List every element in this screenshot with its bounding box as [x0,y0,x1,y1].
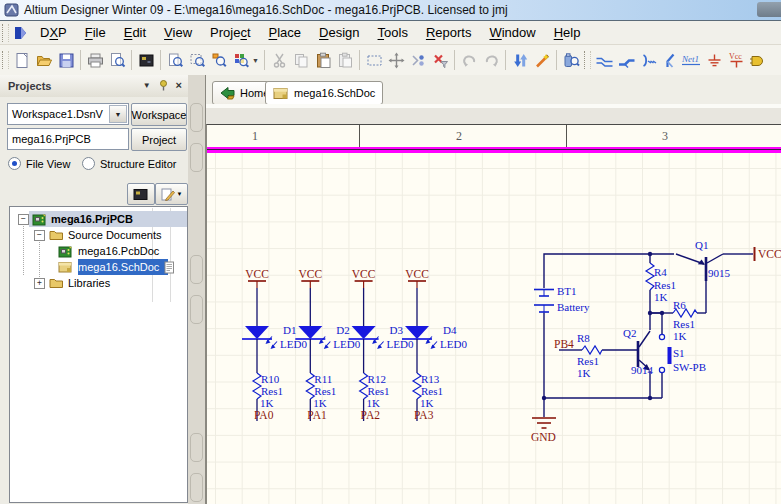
undo-button [458,48,480,72]
clear-filter-button[interactable] [429,48,451,72]
menu-reports[interactable]: Reports [417,22,481,43]
menu-edit[interactable]: Edit [115,22,155,43]
gnd-power-port[interactable]: GND [531,398,556,443]
place-part-button[interactable] [747,48,769,72]
svg-text:Net1: Net1 [681,54,699,64]
zoom-selection-button[interactable] [208,48,230,72]
file-view-radio[interactable]: File View [8,157,70,170]
tree-project-label: mega16.PrjPCB [51,213,133,225]
place-wire-button[interactable] [593,48,615,72]
place-net-label-button[interactable]: Net1 [681,48,703,72]
panel-document-options-arrow[interactable]: ▼ [177,191,183,197]
place-bus-entry-button[interactable] [637,48,659,72]
print-button[interactable] [84,48,106,72]
title-bar[interactable]: Altium Designer Winter 09 - E:\mega16\me… [0,0,781,21]
file-view-radio-circle[interactable] [8,157,21,170]
place-gnd-power-port-button[interactable] [703,48,725,72]
menu-window[interactable]: Window [480,22,544,43]
workspace-combobox-value: Workspace1.DsnV [12,108,103,120]
resistor-r8[interactable]: R8 Res1 1K PB4 [554,332,602,379]
copy-button [290,48,312,72]
projects-panel-header[interactable]: Projects ▼ × [0,75,188,97]
tree-row-pcbdoc[interactable]: mega16.PcbDoc [10,243,187,259]
new-document-button[interactable] [11,48,33,72]
panel-menu-icon[interactable]: ▼ [143,81,151,90]
menu-help[interactable]: Help [545,22,590,43]
transistor-q2[interactable]: Q2 9014 [623,327,654,376]
projects-tree[interactable]: − mega16.PrjPCB − Source Documents mega1… [9,206,188,503]
place-vcc-power-port-button[interactable]: Vcc [725,48,747,72]
save-button[interactable] [55,48,77,72]
wiring-toolbar-grip[interactable] [584,51,591,69]
resistor-part: Res1 [577,355,599,367]
menu-bar: DXP File Edit View Project Place Design … [0,21,781,45]
select-area-button[interactable] [363,48,385,72]
battery-bt1[interactable]: BT1 Battery [534,285,590,313]
panel-close-icon[interactable]: × [176,79,182,91]
move-selection-button[interactable] [385,48,407,72]
project-field[interactable]: mega16.PrjPCB [7,128,129,150]
resistor-part: Res1 [368,385,390,397]
structure-editor-radio-circle[interactable] [82,157,95,170]
expand-icon[interactable]: + [34,278,45,289]
led-column-1[interactable]: VCC D1 LED0 R10 Res1 1K [242,268,307,421]
vcc-power-port-label: VCC [758,248,781,260]
menu-project[interactable]: Project [201,22,259,43]
zoom-area-button[interactable] [186,48,208,72]
pcb-3d-view-button[interactable] [135,48,157,72]
menu-tools[interactable]: Tools [369,22,417,43]
tree-row-schdoc[interactable]: mega16.SchDoc [10,259,187,275]
zoom-grid-dropdown[interactable]: ▼ [252,48,261,72]
mask-level-button[interactable] [531,48,553,72]
cross-probe-button[interactable] [509,48,531,72]
panel-document-options-button[interactable]: ▼ [155,183,188,205]
switch-designator: S1 [673,347,685,359]
resistor-value: 1K [313,397,327,409]
transistor-designator: Q2 [623,327,636,339]
resistor-part: Res1 [421,385,443,397]
tree-schdoc-label: mega16.SchDoc [78,261,159,273]
menu-place[interactable]: Place [260,22,311,43]
place-signal-harness-button[interactable] [659,48,681,72]
tab-schdoc[interactable]: mega16.SchDoc [265,81,383,105]
tree-row-libraries[interactable]: + Libraries [10,275,187,291]
collapse-icon[interactable]: − [18,214,29,225]
print-preview-button[interactable] [106,48,128,72]
resistor-r6[interactable]: R6 Res1 1K [673,299,697,342]
menu-view[interactable]: View [155,22,201,43]
workspace-combobox[interactable]: Workspace1.DsnV ▼ [7,103,129,125]
project-button[interactable]: Project [131,128,187,151]
menu-design[interactable]: Design [310,22,368,43]
panel-splitter[interactable] [188,75,206,504]
tab-schdoc-label: mega16.SchDoc [294,87,375,99]
paste-button[interactable] [312,48,334,72]
workspace-button[interactable]: Workspace [131,103,187,126]
zoom-document-button[interactable] [164,48,186,72]
toolbar-grip[interactable] [2,51,9,69]
browse-library-button[interactable] [560,48,582,72]
menu-dxp[interactable]: DXP [31,22,76,43]
tree-row-source-documents[interactable]: − Source Documents [10,227,187,243]
tree-row-project[interactable]: − mega16.PrjPCB [10,211,187,227]
panel-pin-icon[interactable] [158,79,169,91]
gnd-power-port-label: GND [531,431,556,443]
resistor-part: Res1 [261,385,283,397]
file-view-radio-label: File View [26,158,70,170]
project-field-value: mega16.PrjPCB [12,133,91,145]
structure-editor-radio[interactable]: Structure Editor [82,157,176,170]
workspace-combobox-arrow[interactable]: ▼ [109,105,127,123]
window-controls[interactable] [757,2,781,17]
panel-3d-view-button[interactable] [127,183,155,205]
dxp-logo-icon [13,25,29,41]
open-document-button[interactable] [33,48,55,72]
deselect-button[interactable] [407,48,429,72]
place-bus-button[interactable] [615,48,637,72]
menubar-grip[interactable] [2,24,9,42]
menu-file[interactable]: File [76,22,115,43]
collapse-icon[interactable]: − [34,230,45,241]
vcc-power-port-right[interactable]: VCC [755,247,781,261]
tree-source-documents-label: Source Documents [68,229,162,241]
open-document-badge-icon [164,261,175,274]
transistor-q1[interactable]: Q1 9015 [676,239,731,281]
zoom-grid-button[interactable] [230,48,252,72]
